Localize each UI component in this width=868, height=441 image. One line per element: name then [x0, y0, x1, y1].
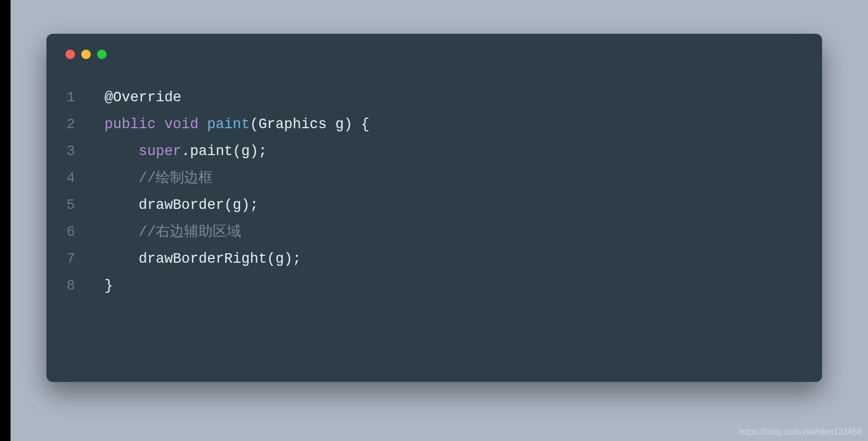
code-content: //绘制边框 — [104, 165, 213, 192]
line-number: 5 — [66, 192, 104, 219]
code-content: drawBorderRight(g); — [104, 246, 301, 273]
code-line: 7 drawBorderRight(g); — [66, 246, 822, 273]
code-content: public void paint(Graphics g) { — [104, 111, 369, 138]
line-number: 8 — [66, 273, 104, 300]
code-line: 6 //右边辅助区域 — [66, 219, 822, 246]
token-punct: . — [182, 143, 190, 159]
token-method: paint — [207, 117, 250, 132]
code-window: 1 @Override 2 public void paint(Graphics… — [46, 34, 822, 382]
line-number: 1 — [66, 84, 104, 111]
code-content: @Override — [104, 84, 182, 111]
close-icon[interactable] — [65, 50, 75, 59]
code-content: } — [104, 273, 113, 300]
token-call: drawBorder(g); — [139, 197, 259, 213]
token-punct: ( — [250, 117, 258, 132]
token-comment: //绘制边框 — [139, 170, 213, 186]
watermark: https://blog.csdn.net/dkm123456 — [740, 427, 862, 437]
code-line: 1 @Override — [66, 84, 822, 111]
token-call: drawBorderRight(g); — [139, 251, 301, 267]
minimize-icon[interactable] — [81, 50, 91, 59]
token-comment: //右边辅助区域 — [139, 224, 241, 240]
maximize-icon[interactable] — [97, 50, 107, 59]
code-content: drawBorder(g); — [104, 192, 259, 219]
code-line: 5 drawBorder(g); — [66, 192, 822, 219]
token-space — [327, 117, 335, 132]
token-punct: { — [352, 117, 369, 132]
line-number: 6 — [66, 219, 104, 246]
code-area: 1 @Override 2 public void paint(Graphics… — [46, 59, 822, 300]
token-indent — [104, 251, 139, 267]
window-controls — [46, 34, 822, 59]
line-number: 7 — [66, 246, 104, 273]
token-param: g — [335, 117, 344, 132]
token-indent — [104, 143, 139, 159]
line-number: 2 — [66, 111, 104, 138]
token-keyword: public — [104, 117, 156, 132]
code-line: 3 super.paint(g); — [66, 138, 822, 165]
code-line: 4 //绘制边框 — [66, 165, 822, 192]
code-content: //右边辅助区域 — [104, 219, 241, 246]
token-keyword: super — [139, 143, 182, 159]
token-keyword: void — [164, 117, 198, 132]
left-sidebar — [0, 0, 11, 441]
token-indent — [104, 170, 139, 186]
token-indent — [104, 197, 139, 213]
token-indent — [104, 224, 139, 240]
code-line: 8 } — [66, 273, 822, 300]
token-punct: ) — [344, 117, 352, 132]
line-number: 3 — [66, 138, 104, 165]
line-number: 4 — [66, 165, 104, 192]
token-call: paint(g); — [190, 143, 267, 159]
token-annotation: @Override — [104, 90, 182, 106]
token-punct: } — [104, 278, 113, 294]
token-type: Graphics — [259, 117, 327, 132]
code-line: 2 public void paint(Graphics g) { — [66, 111, 822, 138]
code-content: super.paint(g); — [104, 138, 267, 165]
